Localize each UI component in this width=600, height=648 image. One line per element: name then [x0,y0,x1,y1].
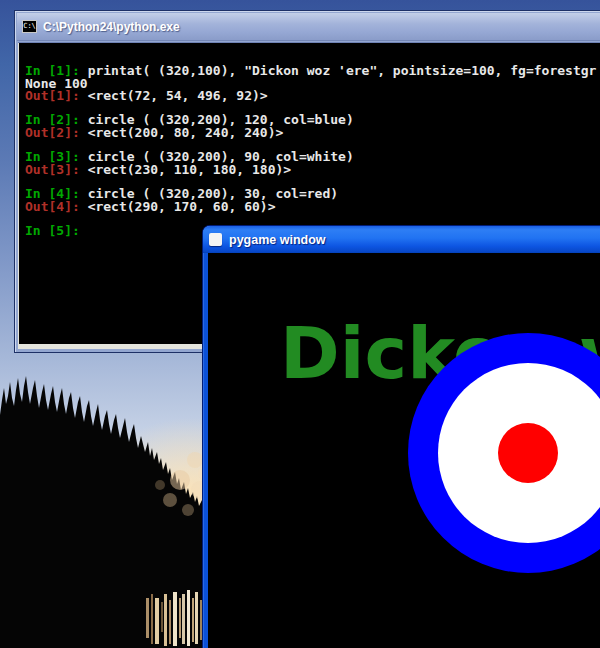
desktop: C:\ C:\Python24\python.exe In [1]: print… [0,0,600,648]
console-text-segment: Out[3]: [25,162,88,177]
console-text-segment: <rect(200, 80, 240, 240)> [88,125,284,140]
pygame-title: pygame window [229,233,326,247]
console-output: In [1]: printat( (320,100), "Dickon woz … [25,53,600,237]
console-text-segment: <rect(230, 110, 180, 180)> [88,162,292,177]
console-line: Out[2]: <rect(200, 80, 240, 240)> [25,127,600,139]
pygame-icon[interactable] [209,233,222,246]
console-text-segment: In [5]: [25,223,88,238]
console-line [25,213,600,225]
console-title: C:\Python24\python.exe [43,20,180,34]
pygame-canvas[interactable]: Dickon woz 'ere [208,253,600,648]
console-text-segment: printat( (320,100), "Dickon woz 'ere", p… [88,63,597,78]
pygame-titlebar[interactable]: pygame window [203,226,600,253]
console-line: Out[3]: <rect(230, 110, 180, 180)> [25,164,600,176]
console-text-segment: Out[2]: [25,125,88,140]
console-text-segment: <rect(72, 54, 496, 92)> [88,88,268,103]
console-text-segment: Out[1]: [25,88,88,103]
water-reflections [146,590,207,646]
console-text-segment: <rect(290, 170, 60, 60)> [88,199,276,214]
console-line: Out[4]: <rect(290, 170, 60, 60)> [25,201,600,213]
console-line: Out[1]: <rect(72, 54, 496, 92)> [25,90,600,102]
console-titlebar[interactable]: C:\ C:\Python24\python.exe [17,13,600,41]
console-text-segment: Out[4]: [25,199,88,214]
pygame-window: pygame window Dickon woz 'ere [203,226,600,648]
console-icon[interactable]: C:\ [22,20,37,33]
console-line: In [1]: printat( (320,100), "Dickon woz … [25,65,600,77]
red-circle [498,423,558,483]
wallpaper-trees-image [0,340,210,648]
